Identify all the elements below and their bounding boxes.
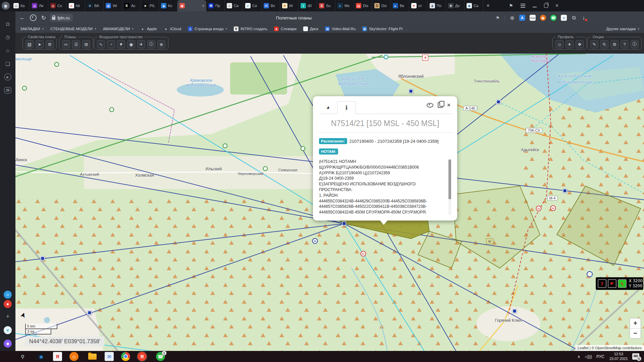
download-icon[interactable]: ↓ <box>581 15 586 21</box>
taskbar-chrome-icon[interactable] <box>121 352 130 361</box>
taskbar-yandex-browser-icon[interactable]: Я <box>138 352 147 361</box>
bookmark-skyvector[interactable]: ⊕ SkyVector: Flight Pl <box>362 26 402 31</box>
plan-properties-button[interactable]: ▤ <box>25 40 34 48</box>
sidebar-telegram-icon[interactable]: ➤ <box>4 326 12 334</box>
airspace-sectors-button[interactable]: ◔ <box>107 40 115 48</box>
sidebar-history-icon[interactable]: ◷ <box>4 33 12 41</box>
airspace-info-button[interactable]: ⓘ <box>147 40 155 48</box>
ebay-icon[interactable]: ebay <box>530 15 536 21</box>
heliport-marker[interactable]: Н <box>550 205 556 211</box>
refresh-button[interactable]: ↻ <box>41 14 46 21</box>
tab-active-fpln[interactable]: ◉ × <box>177 0 206 11</box>
taskbar-opera-icon[interactable]: ◉ <box>37 352 46 361</box>
browser-tab-6[interactable]: K Ас <box>122 0 141 11</box>
navaid-square-marker[interactable] <box>513 309 517 313</box>
plan-route-button[interactable]: ➤ <box>36 40 44 48</box>
navaid-square-marker[interactable] <box>563 189 567 193</box>
browser-tab-10[interactable]: М Пр <box>206 0 225 11</box>
browser-tab-12[interactable]: ➤ Си <box>243 0 262 11</box>
profile-share-button[interactable]: ❖ <box>576 40 584 48</box>
copy-icon[interactable] <box>438 102 443 108</box>
mail-area-marker[interactable]: ✉ <box>486 239 493 244</box>
options-edit-button[interactable]: ✎ <box>590 40 598 48</box>
options-info-button[interactable]: ⓘ <box>631 40 639 48</box>
browser-tab-17[interactable]: ◐ Ме <box>335 0 354 11</box>
navaid-square-marker[interactable] <box>342 222 346 226</box>
profile-avatar[interactable]: ☻ <box>0 0 11 11</box>
zoom-in-button[interactable]: + <box>630 318 641 328</box>
airport-marker[interactable]: ✈ <box>422 55 428 61</box>
navaid-square-marker[interactable] <box>41 256 45 261</box>
url-field[interactable]: fpln.ru <box>50 14 73 22</box>
options-help-button[interactable]: ? <box>621 40 629 48</box>
bookmark-apple[interactable]: ● Apple <box>140 26 157 31</box>
waypoint-circle-marker[interactable] <box>384 55 388 59</box>
options-settings-button[interactable]: ⚙ <box>610 40 619 48</box>
browser-tab-0[interactable]: ▤ Ка <box>11 0 30 11</box>
browser-tab-5[interactable]: ◍ Wi <box>104 0 122 11</box>
plans-numbered-list-button[interactable]: ≔ <box>62 40 70 48</box>
browser-tab-22[interactable]: ♟ По <box>428 0 446 11</box>
sidebar-messenger-icon[interactable]: ☺ <box>4 291 12 299</box>
browser-tab-18[interactable]: ▤ Dis <box>354 0 372 11</box>
waypoint-circle-marker[interactable] <box>263 166 268 171</box>
language-indicator[interactable]: РУС <box>596 351 604 362</box>
sidebar-timer-badge[interactable]: 25 <box>4 87 11 94</box>
browser-tab-23[interactable]: ✚ До <box>446 0 465 11</box>
browser-tab-8[interactable]: ◈ Ко <box>159 0 177 11</box>
volume-icon[interactable]: ◁))) <box>585 351 592 362</box>
tray-chevron-icon[interactable]: ∧ <box>577 351 580 362</box>
profile-flight-button[interactable]: ✈ <box>566 40 574 48</box>
sidebar-collections-icon[interactable]: ❏ <box>4 60 12 68</box>
bookmark-slovari[interactable]: а Словари <box>274 26 297 31</box>
navaid-square-marker[interactable] <box>496 100 501 104</box>
translate-icon[interactable]: A <box>519 15 525 21</box>
taskbar-search-icon[interactable]: ⚲ <box>18 352 27 361</box>
taskbar-yandex-search-icon[interactable]: Я <box>53 352 62 361</box>
other-bookmarks[interactable]: Другие закладки ▾ <box>606 27 639 31</box>
bookmark-flag-icon[interactable]: ⚑ <box>495 15 500 21</box>
bookmark-icloud[interactable]: ● iCloud <box>163 26 181 31</box>
scrollbar-thumb[interactable] <box>448 160 451 199</box>
heliport-marker[interactable]: Н <box>536 206 542 212</box>
sidebar-add-icon[interactable]: + <box>4 312 12 320</box>
browser-tab-4[interactable]: ✈ ВА <box>85 0 104 11</box>
airspace-draw-button[interactable]: ∿ <box>97 40 105 48</box>
plan-settings-button[interactable]: ⚙ <box>46 40 54 48</box>
taskbar-mail-icon[interactable]: ✉ <box>105 352 114 361</box>
bookmark-folder-zakladki[interactable]: ЗАКЛАДКИ ▾ <box>20 27 44 31</box>
new-tab-button[interactable]: + <box>483 0 493 11</box>
bookmark-intro[interactable]: V INTRO создать <box>234 26 267 31</box>
options-search-button[interactable]: ⚲ <box>600 40 608 48</box>
restore-button[interactable] <box>544 4 548 8</box>
browser-tab-1[interactable]: ◎ Ли <box>30 0 48 11</box>
menu-icon[interactable] <box>521 4 525 8</box>
profile-user-button[interactable]: ☺ <box>555 40 564 48</box>
browser-tab-11[interactable]: ➤ Си <box>225 0 243 11</box>
close-button[interactable]: × <box>555 3 558 8</box>
bookmark-folder-stendovye[interactable]: СТЕНДОВЫЕ МОДЕЛИ ▾ <box>50 27 96 31</box>
browser-tab-15[interactable]: i d0 <box>299 0 317 11</box>
clock[interactable]: 12:53 23.07.2021 <box>609 351 628 362</box>
heliport-marker[interactable]: Н <box>361 251 366 257</box>
browser-tab-16[interactable]: S Su <box>317 0 335 11</box>
extension-orange-icon[interactable]: ◉ <box>540 15 546 21</box>
panel-bookmark-icon[interactable]: ⚑ <box>509 3 513 8</box>
navaid-square-marker[interactable] <box>88 311 92 315</box>
bookmark-login-page[interactable]: ⚓ Страница входа ▾ <box>188 26 227 31</box>
assistant-icon[interactable] <box>30 14 37 21</box>
browser-tab-24[interactable]: ☻ Са <box>465 0 483 11</box>
browser-tab-13[interactable]: ✉ Вх <box>262 0 280 11</box>
waypoint-circle-marker[interactable] <box>109 107 114 112</box>
taskbar-ok-icon[interactable]: ☺ <box>69 352 78 361</box>
tab-close-icon[interactable]: × <box>202 4 204 8</box>
back-button[interactable]: ← <box>19 14 25 21</box>
waypoint-circle-marker[interactable] <box>223 143 227 148</box>
minimize-button[interactable] <box>533 7 537 7</box>
waypoint-circle-marker[interactable] <box>587 271 593 277</box>
popup-tab-info[interactable]: i <box>337 101 356 114</box>
bookmark-folder-aviamodeli[interactable]: АВИАМОДЕЛИ ▾ <box>103 27 133 31</box>
copy-tabs-icon[interactable]: ⧉ <box>571 15 577 21</box>
browser-tab-2[interactable]: ◍ Со <box>48 0 67 11</box>
browser-tab-14[interactable]: ❋ Иг <box>280 0 299 11</box>
